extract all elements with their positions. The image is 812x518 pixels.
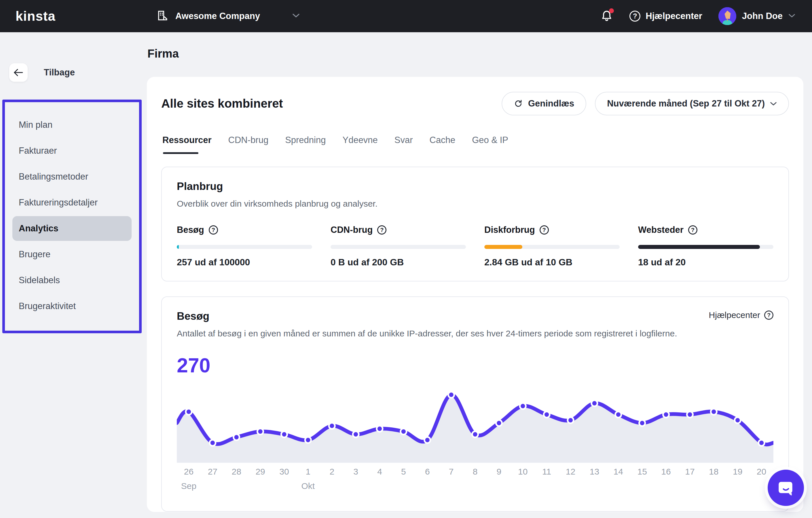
metric-websteder: Websteder ? 18 ud af 20 [638, 225, 774, 268]
sidebar-item-fakturaer[interactable]: Fakturaer [5, 138, 139, 164]
plan-usage-metrics: Besøg ? 257 ud af 100000 CDN-brug ? 0 B … [177, 225, 774, 268]
x-tick-label: 12 [566, 467, 575, 477]
plan-usage-subtitle: Overblik over din virksomheds planbrug o… [177, 199, 774, 209]
tab-ressourcer[interactable]: Ressourcer [163, 135, 212, 154]
visits-title: Besøg [177, 310, 209, 322]
chevron-down-icon [770, 101, 777, 106]
x-tick-label: 14 [614, 467, 623, 477]
question-circle-icon[interactable]: ? [377, 225, 386, 235]
x-tick-label: 15 [637, 467, 647, 477]
plan-usage-title: Planbrug [177, 180, 774, 192]
chevron-down-icon [292, 13, 300, 19]
panel-title: Alle sites kombineret [161, 97, 283, 111]
metric-cdn-brug: CDN-brug ? 0 B ud af 200 GB [330, 225, 466, 268]
x-tick-label: 28 [232, 467, 241, 477]
sidebar-item-betalingsmetoder[interactable]: Betalingsmetoder [5, 164, 139, 190]
progress-fill [177, 245, 179, 249]
period-label: Nuværende måned (Sep 27 til Okt 27) [607, 98, 765, 109]
x-tick-label: 18 [709, 467, 718, 477]
visits-help-label: Hjælpecenter [709, 310, 760, 320]
x-tick-label: 30 [279, 467, 289, 477]
user-menu[interactable]: John Doe [718, 7, 795, 25]
notifications-button[interactable] [600, 9, 613, 23]
tab-geo-ip[interactable]: Geo & IP [472, 135, 508, 154]
topbar: Kinsta Awesome Company ? [0, 0, 812, 32]
chart-x-axis: 2627282930123456789101112131415161718192… [177, 467, 774, 497]
visits-help-link[interactable]: Hjælpecenter ? [709, 310, 774, 320]
sidebar-item-analytics[interactable]: Analytics [5, 216, 139, 241]
x-tick-label: 26 [184, 467, 194, 477]
sidebar: Tilbage Min planFakturaerBetalingsmetode… [0, 32, 147, 518]
metric-besog: Besøg ? 257 ud af 100000 [177, 225, 312, 268]
arrow-left-icon [13, 68, 23, 77]
tab-cache[interactable]: Cache [430, 135, 456, 154]
reload-label: Genindlæs [528, 98, 574, 109]
x-tick-label: 9 [497, 467, 501, 477]
visits-line-chart: 2627282930123456789101112131415161718192… [177, 385, 774, 497]
company-selector[interactable]: Awesome Company [156, 9, 300, 23]
question-circle-icon[interactable]: ? [540, 225, 549, 235]
analytics-tabs: RessourcerCDN-brugSpredningYdeevneSvarCa… [161, 135, 789, 154]
x-tick-label: 27 [208, 467, 218, 477]
page-title: Firma [147, 47, 803, 60]
x-tick-label: 8 [473, 467, 478, 477]
sidebar-item-brugeraktivitet[interactable]: Brugeraktivitet [5, 293, 139, 319]
sidebar-item-sidelabels[interactable]: Sidelabels [5, 267, 139, 293]
company-analytics-card: Alle sites kombineret Genindlæs Nuværend… [147, 77, 803, 512]
visits-total: 270 [177, 354, 774, 377]
x-tick-label: 20 [757, 467, 766, 477]
x-tick-label: 5 [401, 467, 406, 477]
period-selector[interactable]: Nuværende måned (Sep 27 til Okt 27) [595, 92, 789, 115]
user-name: John Doe [742, 11, 783, 21]
chevron-down-icon [788, 13, 795, 19]
progress-track [177, 245, 312, 249]
progress-track [638, 245, 774, 249]
x-tick-label: 4 [377, 467, 382, 477]
help-center-button[interactable]: ? Hjælpecenter [630, 11, 702, 22]
back-label: Tilbage [44, 67, 75, 78]
x-tick-label: 10 [518, 467, 527, 477]
progress-fill [638, 245, 760, 249]
x-tick-label: 7 [449, 467, 454, 477]
visits-card: Besøg Hjælpecenter ? Antallet af besøg i… [161, 297, 789, 512]
sidebar-item-faktureringsdetaljer[interactable]: Faktureringsdetaljer [5, 190, 139, 216]
tab-cdn-brug[interactable]: CDN-brug [228, 135, 269, 154]
x-tick-label: 19 [733, 467, 742, 477]
question-circle-icon[interactable]: ? [209, 225, 218, 235]
x-tick-label: 3 [353, 467, 358, 477]
x-tick-label: 2 [329, 467, 334, 477]
x-tick-label: 1 [306, 467, 311, 477]
metric-diskforbrug: Diskforbrug ? 2.84 GB ud af 10 GB [484, 225, 620, 268]
main-content: Firma Alle sites kombineret Genindlæs Nu… [147, 32, 812, 518]
sidebar-item-min-plan[interactable]: Min plan [5, 112, 139, 138]
sidebar-item-brugere[interactable]: Brugere [5, 241, 139, 267]
plan-usage-card: Planbrug Overblik over din virksomheds p… [161, 166, 789, 281]
progress-fill [484, 245, 522, 249]
building-icon [156, 9, 169, 23]
question-circle-icon: ? [764, 310, 774, 320]
company-name: Awesome Company [175, 11, 260, 21]
reload-button[interactable]: Genindlæs [501, 92, 586, 115]
x-month-label: Sep [181, 481, 196, 491]
chat-bubble-icon [776, 478, 795, 497]
question-circle-icon: ? [630, 11, 640, 22]
chat-launcher-button[interactable] [767, 470, 804, 506]
billing-nav: Min planFakturaerBetalingsmetoderFakture… [2, 99, 142, 333]
visits-subtitle: Antallet af besøg i en given måned er su… [177, 329, 774, 338]
tab-ydeevne[interactable]: Ydeevne [342, 135, 377, 154]
back-button[interactable] [9, 63, 28, 82]
tab-spredning[interactable]: Spredning [285, 135, 326, 154]
x-tick-label: 29 [255, 467, 265, 477]
help-center-label: Hjælpecenter [645, 11, 702, 21]
x-tick-label: 13 [590, 467, 599, 477]
x-tick-label: 6 [425, 467, 430, 477]
chart-area-fill [177, 395, 774, 463]
x-tick-label: 17 [685, 467, 695, 477]
kinsta-logo[interactable]: Kinsta [16, 8, 56, 24]
tab-svar[interactable]: Svar [395, 135, 413, 154]
question-circle-icon[interactable]: ? [688, 225, 697, 235]
x-tick-label: 16 [661, 467, 671, 477]
progress-track [330, 245, 466, 249]
avatar [718, 7, 736, 25]
x-month-label: Okt [301, 481, 315, 491]
